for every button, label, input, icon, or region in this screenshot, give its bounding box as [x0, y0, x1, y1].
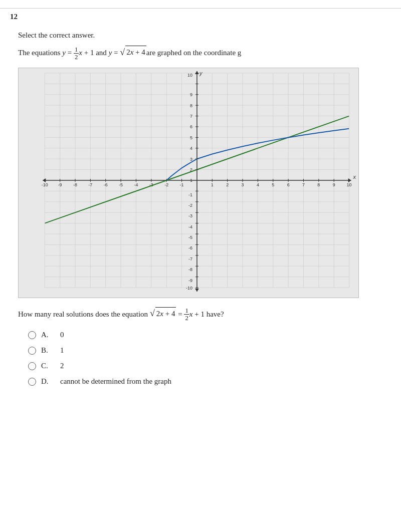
page-number: 12	[0, 8, 401, 23]
answer-options: A. 0 B. 1 C. 2 D. cannot be determined f…	[18, 331, 383, 386]
option-d[interactable]: D. cannot be determined from the graph	[28, 377, 383, 386]
svg-text:-1: -1	[188, 192, 192, 197]
svg-text:-9: -9	[188, 278, 192, 283]
value-c: 2	[60, 362, 64, 370]
svg-text:3: 3	[242, 182, 244, 187]
option-b[interactable]: B. 1	[28, 346, 383, 355]
svg-text:1: 1	[211, 182, 214, 187]
svg-text:4: 4	[190, 146, 192, 151]
svg-text:8: 8	[190, 103, 192, 108]
svg-text:-2: -2	[164, 182, 168, 187]
svg-text:-1: -1	[180, 182, 184, 187]
svg-text:6: 6	[190, 124, 192, 129]
svg-text:5: 5	[272, 182, 274, 187]
svg-text:-8: -8	[188, 267, 192, 272]
svg-text:10: 10	[187, 73, 192, 78]
equation-statement: The equations y = 12x + 1 and y = √2x + …	[18, 46, 383, 61]
svg-text:5: 5	[190, 135, 192, 140]
svg-text:4: 4	[257, 182, 259, 187]
svg-text:7: 7	[190, 114, 192, 119]
option-a[interactable]: A. 0	[28, 331, 383, 339]
svg-text:-3: -3	[188, 213, 192, 218]
radio-c[interactable]	[28, 362, 36, 370]
svg-text:-6: -6	[188, 245, 192, 250]
svg-text:-2: -2	[188, 202, 192, 207]
svg-text:-4: -4	[134, 182, 138, 187]
svg-text:3: 3	[190, 156, 192, 161]
value-b: 1	[60, 346, 64, 355]
svg-text:-5: -5	[188, 235, 192, 240]
question-text: How many real solutions does the equatio…	[18, 307, 383, 322]
svg-text:-7: -7	[88, 182, 92, 187]
radio-b[interactable]	[28, 347, 36, 355]
value-a: 0	[60, 331, 64, 339]
svg-text:1: 1	[190, 178, 192, 183]
svg-text:2: 2	[226, 182, 229, 187]
graph-container: -10 -9 -8 -7 -6 -5 -4 -3 -2 -1 1 2 3 4 5…	[18, 68, 359, 298]
svg-text:-4: -4	[188, 224, 192, 229]
svg-text:-7: -7	[188, 256, 192, 261]
svg-text:-5: -5	[119, 182, 123, 187]
svg-text:-10: -10	[42, 182, 48, 187]
instruction: Select the correct answer.	[18, 31, 383, 40]
value-d: cannot be determined from the graph	[60, 377, 171, 386]
option-c[interactable]: C. 2	[28, 362, 383, 370]
radio-a[interactable]	[28, 331, 36, 339]
svg-text:-9: -9	[58, 182, 62, 187]
svg-text:-10: -10	[186, 286, 192, 291]
svg-text:7: 7	[302, 182, 305, 187]
label-b: B.	[41, 346, 55, 355]
svg-text:8: 8	[317, 182, 320, 187]
label-d: D.	[41, 377, 55, 386]
svg-text:-8: -8	[73, 182, 77, 187]
radio-d[interactable]	[28, 378, 36, 386]
x-axis-label: x	[353, 174, 356, 180]
svg-text:-6: -6	[104, 182, 108, 187]
svg-text:9: 9	[190, 92, 192, 97]
svg-text:9: 9	[333, 182, 335, 187]
svg-text:6: 6	[287, 182, 290, 187]
label-c: C.	[41, 362, 55, 370]
svg-rect-0	[19, 68, 358, 298]
label-a: A.	[41, 331, 55, 339]
svg-text:10: 10	[347, 182, 352, 187]
